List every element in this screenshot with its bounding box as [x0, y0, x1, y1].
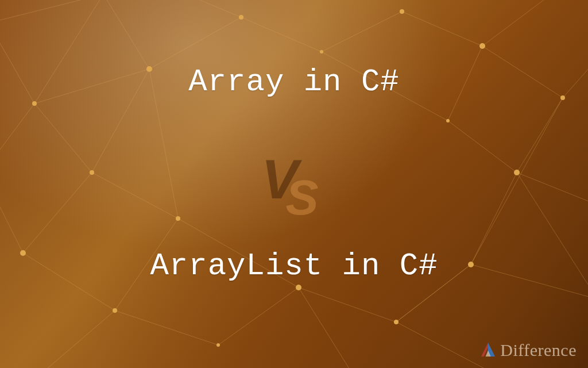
svg-line-33	[115, 310, 218, 345]
svg-line-0	[0, 0, 103, 23]
svg-point-57	[216, 343, 220, 347]
brand-name: Difference	[500, 340, 577, 360]
svg-line-15	[322, 12, 402, 52]
svg-point-52	[176, 216, 180, 221]
svg-point-49	[446, 119, 450, 122]
svg-line-17	[482, 0, 551, 46]
svg-line-9	[23, 172, 92, 253]
term-a: Array in C#	[0, 64, 588, 99]
svg-line-6	[172, 0, 241, 17]
svg-line-32	[218, 288, 299, 345]
vs-letter-s: S	[285, 180, 316, 214]
svg-point-48	[514, 170, 520, 175]
svg-point-53	[296, 285, 301, 290]
svg-line-29	[299, 288, 396, 322]
svg-line-20	[517, 98, 563, 172]
svg-point-45	[400, 9, 404, 14]
svg-point-46	[479, 43, 485, 49]
svg-point-44	[320, 50, 323, 53]
svg-line-22	[448, 121, 517, 172]
svg-line-37	[471, 98, 563, 264]
term-b: ArrayList in C#	[0, 248, 588, 283]
comparison-card: Array in C# VS ArrayList in C# Differenc…	[0, 0, 588, 368]
svg-point-54	[394, 320, 399, 324]
svg-line-36	[34, 310, 115, 368]
svg-line-16	[402, 12, 482, 46]
svg-line-4	[103, 0, 149, 69]
svg-line-12	[92, 172, 178, 218]
svg-point-43	[239, 15, 243, 20]
brand-logo-icon	[479, 341, 497, 358]
vs-separator: VS	[261, 164, 326, 203]
svg-line-8	[34, 103, 92, 172]
svg-point-50	[90, 170, 94, 175]
svg-line-30	[299, 288, 356, 368]
svg-line-5	[149, 17, 241, 69]
svg-line-11	[0, 103, 34, 172]
svg-line-10	[0, 172, 23, 253]
svg-line-14	[241, 17, 322, 52]
svg-point-56	[113, 308, 117, 313]
brand-watermark: Difference	[479, 339, 577, 360]
svg-point-40	[32, 101, 37, 106]
